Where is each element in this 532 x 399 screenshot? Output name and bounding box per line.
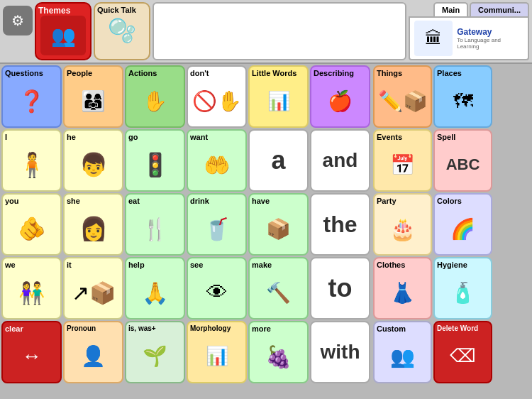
cat-people-label: People (67, 69, 92, 77)
dont-icon: 🚫✋ (190, 77, 243, 124)
cell-it-label: it (67, 261, 72, 269)
cell-eat-label: eat (128, 197, 140, 205)
cell-want-label: want (190, 133, 208, 141)
cell-the[interactable]: the (310, 193, 370, 256)
cell-clothes-icon: 👗 (377, 269, 428, 316)
cell-want-icon: 🤲 (204, 141, 230, 188)
themes-button[interactable]: Themes 👥 (35, 2, 92, 60)
cat-dont-label: don't (190, 69, 209, 77)
cell-hygiene[interactable]: Hygiene 🧴 (433, 257, 492, 319)
cell-spell[interactable]: Spell ABC (433, 129, 492, 192)
cell-colors-label: Colors (437, 197, 462, 205)
quick-talk-label: Quick Talk (97, 6, 136, 14)
cat-little-words[interactable]: Little Words 📊 (248, 65, 309, 128)
cell-eat[interactable]: eat 🍴 (125, 193, 185, 256)
cell-see[interactable]: see 👁 (187, 257, 247, 319)
gear-icon: ⚙ (11, 12, 24, 29)
cat-describing[interactable]: Describing 🍎 (310, 65, 370, 128)
cell-she-label: she (67, 197, 80, 205)
cell-go[interactable]: go 🚦 (125, 129, 185, 192)
cat-little-words-label: Little Words (252, 69, 297, 77)
cell-with[interactable]: with (310, 321, 370, 383)
cat-actions[interactable]: Actions ✋ (125, 65, 185, 128)
cat-questions-label: Questions (5, 69, 43, 77)
cell-we-label: we (5, 261, 16, 269)
cat-dont[interactable]: don't 🚫✋ (187, 65, 247, 128)
cell-help-label: help (128, 261, 145, 269)
cell-have-icon: 📦 (266, 205, 291, 252)
cell-colors[interactable]: Colors 🌈 (433, 193, 492, 256)
cell-party-icon: 🎂 (377, 205, 428, 252)
cell-hygiene-label: Hygiene (437, 261, 467, 269)
cell-morphology[interactable]: Morphology 📊 (187, 321, 247, 383)
cell-clear-label: clear (5, 324, 23, 333)
cell-iswas[interactable]: is, was+ 🌱 (125, 321, 185, 383)
people-icon: 👨‍👩‍👧 (67, 77, 120, 124)
cell-morphology-icon: 📊 (206, 332, 228, 380)
cell-make[interactable]: make 🔨 (248, 257, 309, 319)
gateway-icon: 🏛 (414, 21, 453, 56)
main-tab[interactable]: Main (433, 2, 468, 16)
cell-with-label: with (321, 341, 360, 364)
cat-questions[interactable]: Questions ❓ (1, 65, 62, 128)
cell-see-label: see (190, 261, 203, 269)
cell-more[interactable]: more 🍇 (248, 321, 309, 383)
cell-help[interactable]: help 🙏 (125, 257, 185, 319)
cell-party[interactable]: Party 🎂 (373, 193, 432, 256)
cell-we[interactable]: we 👫 (1, 257, 62, 319)
things-icon: ✏️📦 (377, 77, 428, 124)
themes-icon: 👥 (40, 16, 86, 55)
cell-you-icon: 🫵 (18, 205, 46, 252)
community-tab[interactable]: Communi... (470, 2, 529, 16)
little-words-icon: 📊 (252, 77, 305, 124)
quick-talk-button[interactable]: Quick Talk 🫧 (94, 2, 150, 60)
themes-label: Themes (38, 6, 70, 16)
cell-you-label: you (5, 197, 19, 205)
cell-she[interactable]: she 👩 (63, 193, 123, 256)
app-container: ⚙ Themes 👥 Quick Talk 🫧 Main Communi... … (0, 0, 532, 399)
cell-spell-icon: ABC (437, 141, 489, 188)
quick-talk-icon: 🫧 (108, 17, 136, 44)
cell-to[interactable]: to (310, 257, 370, 319)
cell-spell-label: Spell (437, 133, 455, 141)
gear-button[interactable]: ⚙ (3, 6, 33, 35)
cell-he-label: he (67, 133, 76, 141)
gateway-box[interactable]: 🏛 Gateway To Language and Learning (409, 16, 529, 60)
top-bar: ⚙ Themes 👥 Quick Talk 🫧 Main Communi... … (0, 0, 532, 64)
cell-a[interactable]: a (248, 129, 309, 192)
cell-a-label: a (271, 146, 285, 175)
cell-custom[interactable]: Custom 👥 (373, 321, 432, 383)
cell-it[interactable]: it ↗📦 (63, 257, 123, 319)
questions-icon: ❓ (5, 77, 58, 124)
cell-drink[interactable]: drink 🥤 (187, 193, 247, 256)
right-panel: Things ✏️📦 Places 🗺 Events 📅 Spell ABC P… (372, 64, 494, 399)
places-icon: 🗺 (437, 77, 489, 124)
cell-see-icon: 👁 (206, 269, 228, 316)
cell-events-icon: 📅 (377, 141, 428, 188)
cell-party-label: Party (377, 197, 397, 205)
cell-clothes[interactable]: Clothes 👗 (373, 257, 432, 319)
cell-i[interactable]: I 🧍 (1, 129, 62, 192)
gateway-sublabel: To Language and Learning (457, 37, 523, 50)
cell-events[interactable]: Events 📅 (373, 129, 432, 192)
cat-people[interactable]: People 👨‍👩‍👧 (63, 65, 123, 128)
cell-you[interactable]: you 🫵 (1, 193, 62, 256)
text-display[interactable] (153, 2, 406, 60)
cell-pronoun[interactable]: Pronoun 👤 (63, 321, 123, 383)
cell-i-icon: 🧍 (17, 141, 47, 188)
cat-things[interactable]: Things ✏️📦 (373, 65, 432, 128)
cat-places[interactable]: Places 🗺 (433, 65, 492, 128)
cell-delete-word[interactable]: Delete Word ⌫ (433, 321, 492, 383)
tabs-row: Main Communi... (433, 2, 529, 16)
cell-morphology-label: Morphology (190, 324, 231, 332)
cell-pronoun-icon: 👤 (81, 332, 106, 380)
cell-have-label: have (252, 197, 270, 205)
cell-have[interactable]: have 📦 (248, 193, 309, 256)
cell-we-icon: 👫 (18, 269, 45, 316)
cell-want[interactable]: want 🤲 (187, 129, 247, 192)
cell-and[interactable]: and (310, 129, 370, 192)
cell-make-icon: 🔨 (266, 269, 291, 316)
cell-clear[interactable]: clear ↔ (1, 321, 62, 383)
cat-describing-label: Describing (314, 69, 354, 77)
cell-he[interactable]: he 👦 (63, 129, 123, 192)
